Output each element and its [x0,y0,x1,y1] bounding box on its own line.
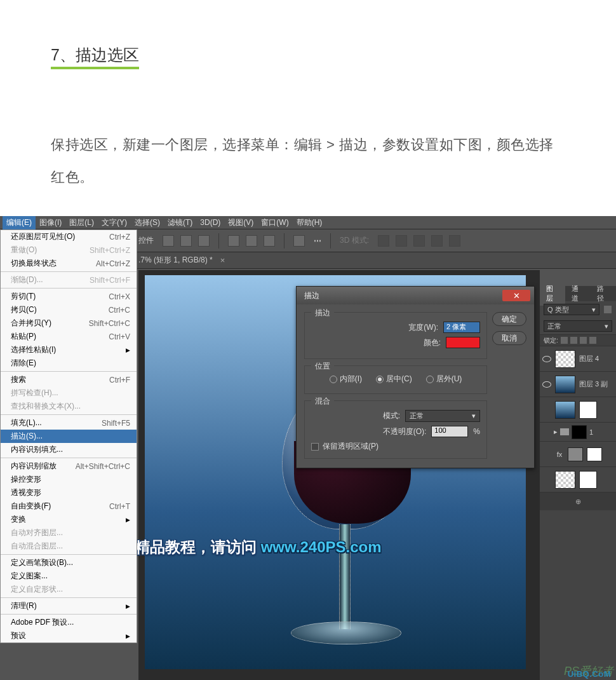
orbit-3d-icon[interactable] [378,235,389,247]
layer-row[interactable]: fx [540,442,616,467]
lock-row: 锁定: [540,334,616,346]
menu-item[interactable]: 清理(R)▶ [1,599,137,613]
align-center-h-icon[interactable] [180,235,192,247]
menu-item[interactable]: Adobe PDF 预设... [1,616,137,629]
visibility-eye-icon[interactable] [542,380,551,389]
position-inside-radio[interactable]: 内部(I) [330,374,362,384]
cancel-button[interactable]: 取消 [492,331,526,345]
align-bottom-icon[interactable] [264,235,275,247]
visibility-eye-icon[interactable] [542,405,551,414]
align-left-icon[interactable] [163,235,174,247]
menu-image[interactable]: 图像(I) [36,216,65,229]
menu-item-label: 清理(R) [11,601,37,611]
mode-label: 模式: [383,411,400,421]
menu-item[interactable]: 填充(L)...Shift+F5 [1,416,137,430]
chevron-right-icon[interactable]: ▸ [554,428,558,436]
menu-layer[interactable]: 图层(L) [65,216,98,229]
menu-item[interactable]: 拷贝(C)Ctrl+C [1,303,137,316]
dialog-close-button[interactable]: ✕ [502,290,530,301]
ok-button[interactable]: 确定 [492,312,526,326]
position-outside-radio[interactable]: 居外(U) [426,374,462,384]
menu-item[interactable]: 选择性粘贴(I)▶ [1,343,137,357]
layer-name[interactable]: 图层 4 [579,354,613,364]
more-icon[interactable]: ⋯ [314,236,321,245]
visibility-eye-icon[interactable] [542,450,551,459]
slide-3d-icon[interactable] [431,235,443,247]
layer-row[interactable]: 图层 4 [540,346,616,372]
layer-group-row[interactable]: ▸ 1 [540,423,616,442]
menu-item[interactable]: 自由变换(F)Ctrl+T [1,500,137,513]
blend-mode-dropdown[interactable]: 正常▾ [544,320,612,332]
menu-filter[interactable]: 滤镜(T) [164,216,196,229]
pan-3d-icon[interactable] [413,235,425,247]
filter-image-icon[interactable] [603,305,612,314]
menu-item[interactable]: 定义图案... [1,569,137,583]
menu-item[interactable]: 透视变形 [1,486,137,500]
fx-icon[interactable]: fx [555,451,564,458]
percent-label: % [473,427,480,436]
lock-artboard-icon[interactable] [580,337,587,344]
menu-item[interactable]: 清除(E) [1,357,137,370]
layer-kind-filter[interactable]: Q 类型▾ [544,304,599,315]
tab-channels[interactable]: 通道 [565,282,591,306]
position-center-radio[interactable]: 居中(C) [376,374,412,384]
align-center-v-icon[interactable] [246,235,257,247]
layer-name[interactable]: 图层 3 副 [579,379,613,389]
opacity-input[interactable]: 100 [431,426,468,437]
lock-position-icon[interactable] [570,337,577,344]
tab-layers[interactable]: 图层 [540,282,565,306]
menu-item[interactable]: 合并拷贝(Y)Shift+Ctrl+C [1,316,137,330]
menu-window[interactable]: 窗口(W) [257,216,292,229]
layer-row[interactable]: 图层 3 副 [540,372,616,397]
chevron-down-icon: ▾ [592,306,596,314]
visibility-eye-icon[interactable] [542,355,551,364]
distribute-h-icon[interactable] [293,235,305,247]
visibility-eye-icon[interactable] [542,428,551,437]
submenu-arrow-icon: ▶ [126,347,130,353]
blend-mode-select[interactable]: 正常 ▾ [405,410,480,422]
layer-mask-thumb[interactable] [579,401,597,419]
menu-separator [1,554,137,555]
menu-type[interactable]: 文字(Y) [98,216,131,229]
layer-mask-thumb[interactable] [579,471,597,489]
layer-mask-thumb[interactable] [587,447,602,461]
lock-all-icon[interactable] [589,337,596,344]
menu-item[interactable]: 搜索Ctrl+F [1,373,137,386]
menu-help[interactable]: 帮助(H) [293,216,326,229]
menu-item[interactable]: 变换▶ [1,513,137,526]
dialog-titlebar[interactable]: 描边 ✕ [297,287,534,304]
menu-item[interactable]: 描边(S)... [1,430,137,443]
menu-select[interactable]: 选择(S) [131,216,164,229]
layer-name[interactable]: 1 [589,428,613,436]
menu-item[interactable]: 剪切(T)Ctrl+X [1,290,137,303]
align-top-icon[interactable] [228,235,239,247]
menu-3d[interactable]: 3D(D) [196,217,224,228]
document-tab-title[interactable]: .7% (矩形 1, RGB/8) * [138,255,213,266]
menu-item[interactable]: 粘贴(P)Ctrl+V [1,330,137,343]
menu-item[interactable]: 内容识别填充... [1,443,137,456]
menu-item[interactable]: 预设▶ [1,629,137,643]
width-input[interactable]: 2 像素 [443,322,480,333]
document-tab-close-icon[interactable]: × [220,255,225,265]
step-body: 保持选区，新建一个图层，选择菜单：编辑 > 描边，参数设置如下图，颜色选择红色。 [51,129,565,193]
menu-item[interactable]: 定义画笔预设(B)... [1,556,137,569]
menu-edit[interactable]: 编辑(E) [3,216,36,229]
link-layers-icon[interactable]: ⊕ [575,498,581,506]
roll-3d-icon[interactable] [396,235,407,247]
zoom-3d-icon[interactable] [449,235,460,247]
menu-item[interactable]: 切换最终状态Alt+Ctrl+Z [1,257,137,270]
menu-item[interactable]: 操控变形 [1,473,137,486]
menu-item[interactable]: 内容识别缩放Alt+Shift+Ctrl+C [1,459,137,473]
menu-item[interactable]: 还原图层可见性(O)Ctrl+Z [1,230,137,243]
color-swatch[interactable] [446,337,480,348]
preserve-transparency-checkbox[interactable] [311,443,319,451]
visibility-eye-icon[interactable] [542,475,551,484]
layer-row[interactable] [540,397,616,423]
lock-pixels-icon[interactable] [561,337,568,344]
tab-paths[interactable]: 路径 [591,282,616,306]
align-right-icon[interactable] [198,235,210,247]
layer-row[interactable] [540,467,616,493]
menu-view[interactable]: 视图(V) [224,216,257,229]
layer-thumb [555,350,575,368]
group-mask-thumb[interactable] [572,425,587,439]
